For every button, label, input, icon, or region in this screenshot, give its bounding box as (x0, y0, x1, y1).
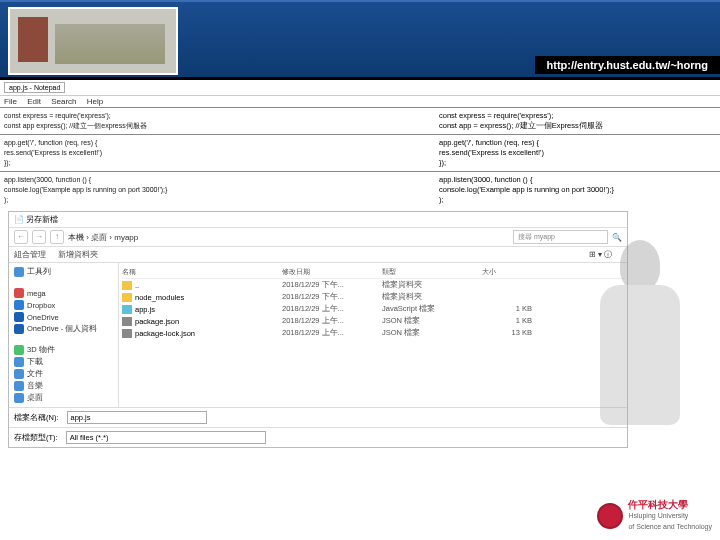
file-dialog: 📄 另存新檔 ← → ↑ 本機 › 桌面 › myapp 搜尋 myapp 🔍 … (8, 211, 628, 448)
file-icon (122, 317, 132, 326)
code-block-2: app.get('/', function (req, res) { res.s… (0, 134, 720, 171)
sidebar-item-icon (14, 381, 24, 391)
newfolder-button[interactable]: 新增資料夾 (58, 250, 98, 259)
menu-edit[interactable]: Edit (27, 97, 41, 106)
file-row[interactable]: ..2018/12/29 下午...檔案資料夾 (122, 279, 624, 291)
column-headers[interactable]: 名稱修改日期類型大小 (122, 266, 624, 279)
file-list: 名稱修改日期類型大小 ..2018/12/29 下午...檔案資料夾node_m… (119, 263, 627, 407)
search-icon[interactable]: 🔍 (612, 233, 622, 242)
sidebar-item-icon (14, 369, 24, 379)
dialog-footer-2: 存檔類型(T): All files (*.*) (9, 427, 627, 447)
sidebar-item-icon (14, 267, 24, 277)
file-row[interactable]: package-lock.json2018/12/29 上午...JSON 檔案… (122, 327, 624, 339)
organize-button[interactable]: 組合管理 (14, 250, 46, 259)
sidebar-item-label: Dropbox (27, 301, 55, 310)
file-row[interactable]: app.js2018/12/29 上午...JavaScript 檔案1 KB (122, 303, 624, 315)
sidebar-item-label: 音樂 (27, 381, 43, 391)
sidebar-item-label: OneDrive - 個人資料 (27, 324, 97, 334)
header-banner: http://entry.hust.edu.tw/~horng (0, 0, 720, 80)
logo-badge-icon (597, 503, 623, 529)
back-button[interactable]: ← (14, 230, 28, 244)
sidebar-item-icon (14, 312, 24, 322)
filename-input[interactable]: app.js (67, 411, 207, 424)
sidebar-item-label: 工具列 (27, 267, 51, 277)
sidebar-item[interactable]: 3D 物件 (12, 344, 115, 356)
sidebar-item[interactable]: 音樂 (12, 380, 115, 392)
sidebar-item[interactable]: Dropbox (12, 299, 115, 311)
university-name-cn: 仵平科技大學 (628, 499, 712, 510)
sidebar-item-label: 3D 物件 (27, 345, 55, 355)
file-icon (122, 293, 132, 302)
sidebar-item-icon (14, 357, 24, 367)
filename-label: 檔案名稱(N): (14, 413, 59, 423)
menu-file[interactable]: File (4, 97, 17, 106)
file-row[interactable]: package.json2018/12/29 上午...JSON 檔案1 KB (122, 315, 624, 327)
forward-button[interactable]: → (32, 230, 46, 244)
code-block-1: const express = require('express');const… (0, 107, 720, 134)
sidebar-item[interactable]: mega (12, 287, 115, 299)
sidebar-item-icon (14, 345, 24, 355)
code-left-2: app.get('/', function (req, res) { res.s… (0, 138, 435, 168)
sidebar-item-label: mega (27, 289, 46, 298)
sidebar-item-label: OneDrive (27, 313, 59, 322)
sidebar-item[interactable]: OneDrive (12, 311, 115, 323)
sidebar-item-label: 文件 (27, 369, 43, 379)
code-right-3: app.listen(3000, function () { console.l… (435, 175, 720, 205)
dialog-footer: 檔案名稱(N): app.js (9, 407, 627, 427)
sidebar-item-icon (14, 300, 24, 310)
code-right-1: const express = require('express');const… (435, 111, 720, 131)
editor-menu: File Edit Search Help (0, 96, 720, 107)
university-logo: 仵平科技大學 Hsiuping University of Science an… (597, 499, 712, 532)
dialog-toolbar: ← → ↑ 本機 › 桌面 › myapp 搜尋 myapp 🔍 (9, 228, 627, 247)
editor-tab-bar: app.js - Notepad (0, 80, 720, 96)
file-icon (122, 305, 132, 314)
sidebar-item-icon (14, 288, 24, 298)
sidebar-item[interactable]: OneDrive - 個人資料 (12, 323, 115, 335)
file-row[interactable]: node_modules2018/12/29 下午...檔案資料夾 (122, 291, 624, 303)
editor-tab[interactable]: app.js - Notepad (4, 82, 65, 93)
code-block-3: app.listen(3000, function () { console.l… (0, 171, 720, 208)
dialog-nav: 組合管理 新增資料夾 ⊞ ▾ ⓘ (9, 247, 627, 263)
sidebar-item[interactable]: 下載 (12, 356, 115, 368)
url-bar: http://entry.hust.edu.tw/~horng (535, 56, 720, 74)
menu-search[interactable]: Search (51, 97, 76, 106)
university-name-en: Hsiuping University (628, 510, 712, 521)
campus-photo (8, 7, 178, 75)
type-select[interactable]: All files (*.*) (66, 431, 266, 444)
file-icon (122, 281, 132, 290)
sidebar-item-label: 下載 (27, 357, 43, 367)
sidebar-item-label: 桌面 (27, 393, 43, 403)
sidebar-item[interactable]: 工具列 (12, 266, 115, 278)
sidebar: 工具列megaDropboxOneDriveOneDrive - 個人資料3D … (9, 263, 119, 407)
up-button[interactable]: ↑ (50, 230, 64, 244)
university-name-en2: of Science and Technology (628, 521, 712, 532)
sidebar-item[interactable]: 文件 (12, 368, 115, 380)
code-left-1: const express = require('express');const… (0, 111, 435, 131)
sidebar-item-icon (14, 324, 24, 334)
search-input[interactable]: 搜尋 myapp (513, 230, 608, 244)
sidebar-item-icon (14, 393, 24, 403)
view-icon[interactable]: ⊞ ▾ ⓘ (589, 249, 612, 260)
sidebar-item[interactable]: 桌面 (12, 392, 115, 404)
menu-help[interactable]: Help (87, 97, 103, 106)
dialog-title: 📄 另存新檔 (9, 212, 627, 228)
type-label: 存檔類型(T): (14, 433, 58, 443)
code-right-2: app.get('/', function (req, res) { res.s… (435, 138, 720, 168)
breadcrumb[interactable]: 本機 › 桌面 › myapp (68, 232, 509, 243)
file-icon (122, 329, 132, 338)
code-left-3: app.listen(3000, function () { console.l… (0, 175, 435, 205)
